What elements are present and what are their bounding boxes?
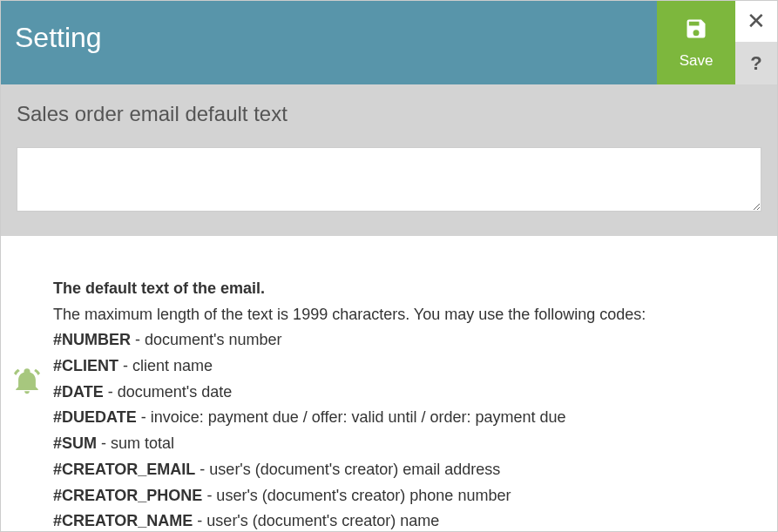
help-code-token: #DUEDATE xyxy=(53,408,137,426)
help-intro-line: The maximum length of the text is 1999 c… xyxy=(53,302,761,328)
setting-dialog: Setting Save ✕ ? Sales order email defau… xyxy=(0,0,778,532)
help-button[interactable]: ? xyxy=(735,43,777,84)
help-code-desc: - sum total xyxy=(97,434,174,452)
header-right-column: ✕ ? xyxy=(735,1,777,84)
page-title: Setting xyxy=(1,1,657,84)
help-intro-bold: The default text of the email. xyxy=(53,279,265,297)
help-code-token: #NUMBER xyxy=(53,331,131,348)
help-code-line: #CREATOR_EMAIL - user's (document's crea… xyxy=(53,457,761,483)
help-code-desc: - user's (document's creator) phone numb… xyxy=(202,487,511,504)
help-code-line: #NUMBER - document's number xyxy=(53,327,761,354)
help-text: The default text of the email. The maxim… xyxy=(53,276,761,532)
help-code-line: #CREATOR_PHONE - user's (document's crea… xyxy=(53,483,761,509)
help-code-token: #CREATOR_PHONE xyxy=(53,487,202,504)
help-code-line: #DUEDATE - invoice: payment due / offer:… xyxy=(53,405,761,431)
help-code-desc: - invoice: payment due / offer: valid un… xyxy=(137,408,566,426)
bell-column xyxy=(1,276,53,400)
help-code-line: #CREATOR_NAME - user's (document's creat… xyxy=(53,508,761,532)
email-default-text-input[interactable] xyxy=(17,147,761,212)
save-button[interactable]: Save xyxy=(657,1,735,84)
help-code-desc: - user's (document's creator) name xyxy=(193,512,439,529)
help-code-line: #CLIENT - client name xyxy=(53,354,761,380)
help-code-desc: - user's (document's creator) email addr… xyxy=(195,461,500,478)
save-label: Save xyxy=(680,52,714,70)
help-icon: ? xyxy=(750,52,761,75)
help-code-line: #SUM - sum total xyxy=(53,431,761,457)
help-code-token: #SUM xyxy=(53,434,97,452)
help-code-token: #CREATOR_EMAIL xyxy=(53,461,195,478)
subheader-title: Sales order email default text xyxy=(17,102,761,126)
subheader: Sales order email default text xyxy=(1,84,777,236)
help-code-desc: - document's number xyxy=(131,331,282,348)
content: The default text of the email. The maxim… xyxy=(1,236,777,532)
help-code-desc: - document's date xyxy=(104,383,233,401)
help-code-token: #DATE xyxy=(53,383,104,401)
help-code-token: #CREATOR_NAME xyxy=(53,512,193,529)
help-code-line: #DATE - document's date xyxy=(53,380,761,406)
close-icon: ✕ xyxy=(747,8,766,35)
bell-icon xyxy=(12,367,42,400)
help-code-desc: - client name xyxy=(118,357,213,374)
save-icon xyxy=(684,17,708,45)
close-button[interactable]: ✕ xyxy=(735,1,777,43)
header: Setting Save ✕ ? xyxy=(1,1,777,84)
help-code-token: #CLIENT xyxy=(53,357,118,374)
